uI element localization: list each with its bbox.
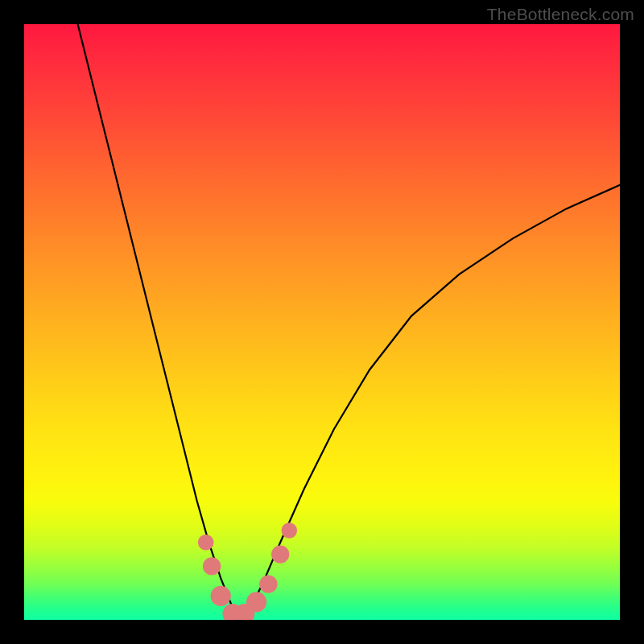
marker-dot [203, 557, 221, 575]
plot-area [24, 24, 620, 620]
curve-right [242, 185, 620, 620]
marker-dot [198, 535, 214, 551]
marker-dot [259, 575, 277, 592]
chart-frame: TheBottleneck.com [0, 0, 644, 644]
marker-dot [282, 522, 298, 539]
marker-dot [271, 545, 289, 563]
curve-left [78, 24, 242, 620]
chart-svg [24, 24, 620, 620]
watermark-text: TheBottleneck.com [487, 5, 634, 24]
marker-dot [211, 586, 231, 606]
marker-dot [246, 592, 266, 612]
